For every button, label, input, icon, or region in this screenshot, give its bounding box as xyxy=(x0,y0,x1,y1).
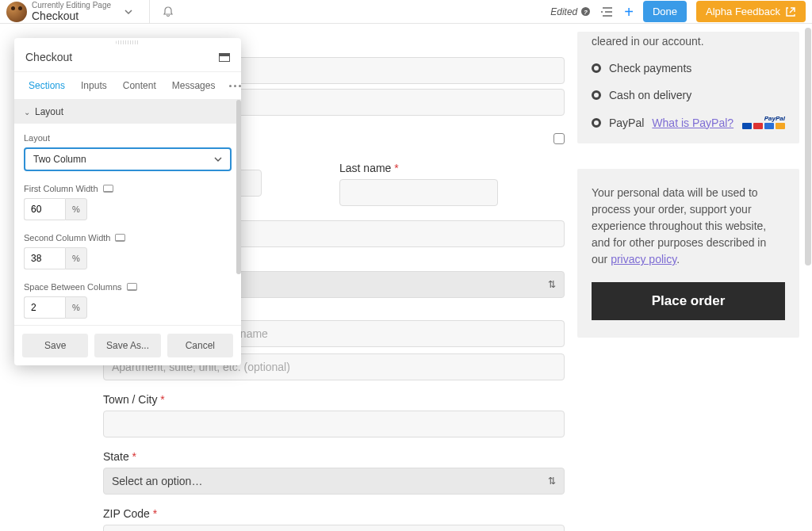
tab-inputs[interactable]: Inputs xyxy=(73,72,115,99)
tab-messages[interactable]: Messages xyxy=(164,72,224,99)
done-button[interactable]: Done xyxy=(643,1,687,22)
settings-panel: Checkout Sections Inputs Content Message… xyxy=(14,38,241,365)
page-scrollbar[interactable] xyxy=(804,28,812,527)
unit-percent[interactable]: % xyxy=(65,247,87,269)
chevron-down-icon xyxy=(214,155,222,163)
town-input[interactable] xyxy=(103,411,565,437)
layout-label: Layout xyxy=(24,133,232,143)
layout-select[interactable]: Two Column xyxy=(24,147,232,171)
first-col-label: First Column Width xyxy=(24,184,232,193)
context-subtitle: Currently Editing Page xyxy=(32,1,111,10)
first-col-width-input[interactable] xyxy=(24,198,65,220)
radio-icon xyxy=(592,90,601,100)
radio-icon xyxy=(592,118,601,128)
unit-percent[interactable]: % xyxy=(65,296,87,319)
privacy-box: Your personal data will be used to proce… xyxy=(577,169,799,338)
last-name-input[interactable] xyxy=(339,179,498,206)
zip-input[interactable] xyxy=(103,525,565,531)
tab-sections[interactable]: Sections xyxy=(21,72,73,99)
payment-methods-box: cleared in our account. Check payments C… xyxy=(577,32,799,143)
save-button[interactable]: Save xyxy=(22,334,88,357)
outline-button[interactable] xyxy=(600,6,615,18)
zip-label: ZIP Code * xyxy=(103,507,565,520)
external-link-icon xyxy=(785,6,796,17)
responsive-icon[interactable] xyxy=(127,283,137,291)
unit-percent[interactable]: % xyxy=(65,198,87,220)
place-order-button[interactable]: Place order xyxy=(592,282,785,320)
payment-note: cleared in our account. xyxy=(592,35,785,48)
radio-icon xyxy=(592,63,601,73)
svg-text:?: ? xyxy=(584,9,588,16)
payment-paypal[interactable]: PayPal What is PayPal? PayPal xyxy=(592,116,785,129)
context-title: Checkout xyxy=(32,10,111,22)
space-input[interactable] xyxy=(24,296,65,319)
space-label: Space Between Columns xyxy=(24,282,232,292)
bell-icon xyxy=(162,6,174,18)
svg-point-2 xyxy=(601,11,603,13)
privacy-text: Your personal data will be used to proce… xyxy=(592,185,785,268)
app-logo xyxy=(6,2,27,22)
edited-indicator[interactable]: Edited ? xyxy=(550,6,591,17)
alpha-feedback-button[interactable]: Alpha Feedback xyxy=(696,1,806,22)
second-col-label: Second Column Width xyxy=(24,233,232,243)
section-layout-toggle[interactable]: ⌄ Layout xyxy=(14,100,241,124)
chevron-down-icon: ⌄ xyxy=(24,108,30,117)
last-name-label: Last name * xyxy=(339,162,565,174)
privacy-policy-link[interactable]: privacy policy xyxy=(611,253,676,266)
ship-different-checkbox[interactable] xyxy=(553,133,565,144)
cancel-button[interactable]: Cancel xyxy=(167,334,233,357)
what-is-paypal-link[interactable]: What is PayPal? xyxy=(652,117,733,129)
payment-cod[interactable]: Cash on delivery xyxy=(592,89,785,101)
responsive-icon[interactable] xyxy=(103,185,113,193)
maximize-icon[interactable] xyxy=(219,53,230,62)
panel-title: Checkout xyxy=(25,51,72,63)
tab-more-button[interactable] xyxy=(223,72,247,99)
second-col-width-input[interactable] xyxy=(24,247,65,269)
order-summary-column: cleared in our account. Check payments C… xyxy=(577,32,799,531)
tab-content[interactable]: Content xyxy=(115,72,164,99)
state-label: State * xyxy=(103,450,565,463)
add-element-button[interactable]: + xyxy=(624,4,634,20)
responsive-icon[interactable] xyxy=(115,234,125,242)
notifications-button[interactable] xyxy=(156,6,180,18)
state-select[interactable]: Select an option… ⇅ xyxy=(103,468,565,495)
page-context[interactable]: Currently Editing Page Checkout xyxy=(32,1,111,23)
town-label: Town / City * xyxy=(103,393,565,406)
panel-scrollbar[interactable] xyxy=(236,100,241,274)
paypal-cards-icon: PayPal xyxy=(742,116,785,129)
chevron-down-icon xyxy=(124,7,133,17)
panel-tabs: Sections Inputs Content Messages xyxy=(14,72,241,100)
help-icon: ? xyxy=(580,6,591,17)
page-switch-dropdown[interactable] xyxy=(111,7,143,17)
payment-check[interactable]: Check payments xyxy=(592,62,785,74)
list-icon xyxy=(600,6,615,18)
save-as-button[interactable]: Save As... xyxy=(94,334,160,357)
